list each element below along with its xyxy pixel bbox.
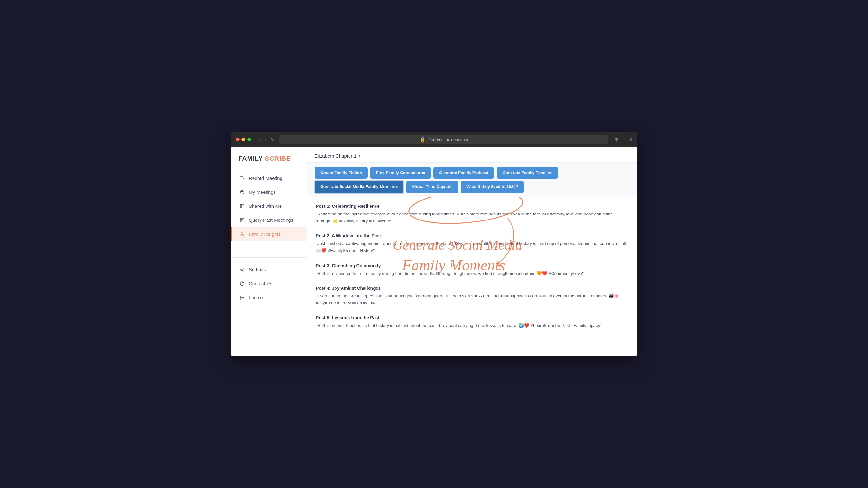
insights-icon (239, 231, 245, 237)
browser-dots (236, 138, 251, 142)
svg-text:?: ? (242, 282, 244, 285)
contact-icon: ? (239, 281, 245, 286)
create-family-fiction-button[interactable]: Create Family Fiction (314, 167, 368, 179)
post-2: Post 2: A Window into the Past "Just fin… (316, 233, 628, 254)
sidebar-item-query-past-meetings[interactable]: Query Past Meetings (231, 213, 307, 227)
find-family-connections-button[interactable]: Find Family Connections (370, 167, 431, 179)
sidebar-item-record-meeting[interactable]: Record Meeting (231, 171, 307, 185)
dot-close[interactable] (236, 138, 240, 142)
restore-icon[interactable]: □ (622, 136, 625, 143)
browser-icons: ⊞ □ ✕ (615, 136, 632, 143)
svg-rect-0 (240, 176, 243, 180)
split-view-icon[interactable]: ⊞ (615, 136, 619, 143)
post-4: Post 4: Joy Amidst Challenges "Even duri… (316, 285, 628, 306)
dot-maximize[interactable] (247, 138, 251, 142)
logo: FAMILY SCRIBE (231, 155, 307, 171)
post-5: Post 5: Lessons from the Past "Ruth's me… (316, 315, 628, 329)
logout-icon (239, 295, 245, 301)
sidebar-item-log-out[interactable]: Log out (231, 291, 307, 305)
content-area: Post 1: Celebrating Resilience "Reflecti… (307, 197, 637, 344)
main-header: Elizabeth Chapter 1 ▾ (307, 147, 637, 163)
browser-nav-buttons: ‹ › ↻ (257, 136, 275, 143)
post-2-text: "Just finished a captivating memoir abou… (316, 240, 628, 254)
svg-point-3 (241, 191, 243, 193)
nav-forward[interactable]: › (264, 136, 268, 143)
close-icon[interactable]: ✕ (628, 136, 632, 143)
logo-family: FAMILY (238, 155, 263, 162)
post-4-title: Post 4: Joy Amidst Challenges (316, 285, 628, 291)
sidebar-label-my-meetings: My Meetings (249, 189, 276, 195)
svg-marker-1 (243, 177, 244, 179)
post-3: Post 3: Cherishing Community "Ruth's rel… (316, 263, 628, 277)
post-2-title: Post 2: A Window into the Past (316, 233, 628, 238)
sidebar-bottom: Settings ? Contact Us (231, 257, 307, 349)
settings-icon (239, 267, 245, 273)
logo-text: FAMILY SCRIBE (238, 155, 299, 162)
address-bar[interactable]: 🔒 familyscribe.soar.com (279, 135, 608, 144)
url-text: familyscribe.soar.com (428, 137, 468, 142)
generate-family-timeline-button[interactable]: Generate Family Timeline (497, 167, 558, 179)
browser-chrome: ‹ › ↻ 🔒 familyscribe.soar.com ⊞ □ ✕ (231, 132, 637, 147)
browser-window: ‹ › ↻ 🔒 familyscribe.soar.com ⊞ □ ✕ FAMI… (231, 132, 637, 357)
nav-items: Record Meeting My Meetings (231, 171, 307, 257)
svg-rect-4 (240, 204, 244, 208)
sidebar-label-query-past-meetings: Query Past Meetings (249, 217, 293, 223)
sidebar-item-my-meetings[interactable]: My Meetings (231, 185, 307, 199)
logo-scribe: SCRIBE (265, 155, 291, 162)
svg-point-9 (241, 233, 243, 235)
sidebar-label-settings: Settings (249, 267, 266, 272)
query-icon (239, 217, 245, 223)
dot-minimize[interactable] (242, 138, 245, 142)
generate-family-podcast-button[interactable]: Generate Family Podcast (433, 167, 494, 179)
sidebar-label-log-out: Log out (249, 295, 265, 300)
sidebar: FAMILY SCRIBE Record Meeting (231, 147, 307, 357)
svg-point-10 (242, 269, 243, 270)
virtual-time-capsule-button[interactable]: Virtual Time Capsule (406, 181, 458, 193)
lock-icon: 🔒 (420, 136, 426, 143)
sidebar-item-settings[interactable]: Settings (231, 263, 307, 277)
chapter-selector[interactable]: Elizabeth Chapter 1 ▾ (314, 153, 360, 158)
post-1-text: "Reflecting on the incredible strength o… (316, 211, 628, 224)
nav-back[interactable]: ‹ (257, 136, 261, 143)
chapter-title: Elizabeth Chapter 1 (314, 153, 356, 158)
sidebar-item-contact-us[interactable]: ? Contact Us (231, 277, 307, 291)
post-5-title: Post 5: Lessons from the Past (316, 315, 628, 320)
sidebar-label-record-meeting: Record Meeting (249, 175, 282, 181)
record-icon (239, 175, 245, 181)
nav-reload[interactable]: ↻ (269, 136, 275, 143)
sidebar-label-shared-with-me: Shared with Me (249, 203, 282, 209)
sidebar-label-contact-us: Contact Us (249, 281, 272, 286)
post-4-text: "Even during the Great Depression, Ruth … (316, 293, 628, 306)
sidebar-label-family-insights: Family Insights (249, 231, 281, 237)
svg-point-2 (240, 190, 244, 194)
app-body: FAMILY SCRIBE Record Meeting (231, 147, 637, 357)
toolbar: Create Family Fiction Find Family Connec… (307, 163, 637, 197)
post-3-title: Post 3: Cherishing Community (316, 263, 628, 268)
post-3-text: "Ruth's reliance on her community during… (316, 270, 628, 277)
generate-social-media-button[interactable]: Generate Social Media Family Moments (314, 181, 403, 193)
post-5-text: "Ruth's memoir teaches us that history i… (316, 322, 628, 329)
main-content: Elizabeth Chapter 1 ▾ Create Family Fict… (307, 147, 637, 357)
sidebar-item-family-insights[interactable]: Family Insights (231, 227, 307, 241)
post-1-title: Post 1: Celebrating Resilience (316, 204, 628, 209)
sidebar-item-shared-with-me[interactable]: Shared with Me (231, 199, 307, 213)
svg-rect-6 (240, 218, 244, 222)
post-1: Post 1: Celebrating Resilience "Reflecti… (316, 204, 628, 224)
chapter-dropdown-arrow: ▾ (359, 153, 360, 158)
what-if-button[interactable]: What if they lived in 2024? (461, 181, 524, 193)
meetings-icon (239, 189, 245, 195)
shared-icon (239, 203, 245, 209)
